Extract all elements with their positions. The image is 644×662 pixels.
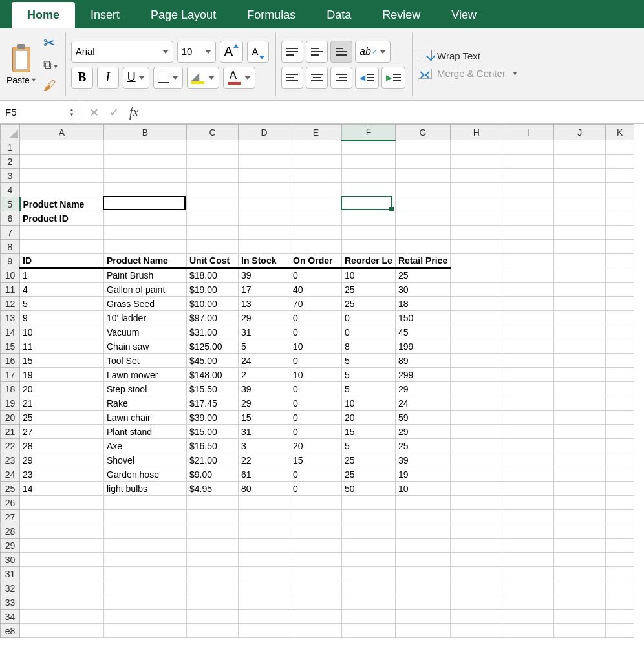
row-header-30[interactable]: 30: [1, 553, 20, 567]
cell-A18[interactable]: 20: [20, 382, 104, 396]
cell-F7[interactable]: [342, 226, 396, 240]
cell-J16[interactable]: [554, 354, 606, 368]
cell-A16[interactable]: 15: [20, 354, 104, 368]
col-header-F[interactable]: F: [342, 125, 396, 140]
cell-Ae8[interactable]: [20, 624, 104, 638]
cell-F22[interactable]: 5: [342, 439, 396, 453]
cell-K1[interactable]: [606, 140, 634, 155]
cell-B27[interactable]: [104, 510, 187, 524]
cell-E4[interactable]: [290, 183, 342, 197]
name-box[interactable]: F5 ▲▼: [0, 101, 80, 123]
cell-C9[interactable]: Unit Cost: [187, 254, 239, 268]
cell-J6[interactable]: [554, 211, 606, 226]
cell-B16[interactable]: Tool Set: [104, 354, 187, 368]
cell-K13[interactable]: [606, 311, 634, 325]
tab-formulas[interactable]: Formulas: [231, 2, 311, 28]
cell-J25[interactable]: [554, 482, 606, 496]
cell-I31[interactable]: [502, 567, 554, 581]
cell-E19[interactable]: 0: [290, 396, 342, 411]
cell-H26[interactable]: [451, 496, 502, 510]
cell-I21[interactable]: [502, 425, 554, 439]
col-header-E[interactable]: E: [290, 125, 342, 140]
cell-E12[interactable]: 70: [290, 297, 342, 311]
cell-E17[interactable]: 10: [290, 368, 342, 382]
row-header-8[interactable]: 8: [1, 240, 20, 254]
cell-A34[interactable]: [20, 610, 104, 624]
cell-K8[interactable]: [606, 240, 634, 254]
cell-K11[interactable]: [606, 283, 634, 297]
cell-K3[interactable]: [606, 169, 634, 183]
cell-F11[interactable]: 25: [342, 283, 396, 297]
cell-C2[interactable]: [187, 155, 239, 169]
cell-D12[interactable]: 13: [239, 297, 290, 311]
cell-H3[interactable]: [451, 169, 502, 183]
row-header-23[interactable]: 23: [1, 453, 20, 467]
row-header-32[interactable]: 32: [1, 581, 20, 595]
cell-H32[interactable]: [451, 581, 502, 595]
row-header-17[interactable]: 17: [1, 368, 20, 382]
cell-I3[interactable]: [502, 169, 554, 183]
cell-C1[interactable]: [187, 140, 239, 155]
cell-D1[interactable]: [239, 140, 290, 155]
format-painter-icon[interactable]: 🖌: [43, 78, 59, 93]
cell-J1[interactable]: [554, 140, 606, 155]
cell-E16[interactable]: 0: [290, 354, 342, 368]
tab-review[interactable]: Review: [367, 2, 436, 28]
cell-G13[interactable]: 150: [395, 311, 450, 325]
cell-K29[interactable]: [606, 539, 634, 553]
cell-J10[interactable]: [554, 268, 606, 283]
row-header-6[interactable]: 6: [1, 211, 20, 226]
cell-B21[interactable]: Plant stand: [104, 425, 187, 439]
cell-I5[interactable]: [502, 197, 554, 211]
cell-I2[interactable]: [502, 155, 554, 169]
merge-center-button[interactable]: Merge & Center ▼: [418, 68, 518, 79]
cell-H16[interactable]: [451, 354, 502, 368]
cell-D26[interactable]: [239, 496, 290, 510]
font-size-combo[interactable]: 10: [177, 41, 216, 63]
row-header-4[interactable]: 4: [1, 183, 20, 197]
cell-D3[interactable]: [239, 169, 290, 183]
cell-C29[interactable]: [187, 539, 239, 553]
cell-B11[interactable]: Gallon of paint: [104, 283, 187, 297]
cell-C30[interactable]: [187, 553, 239, 567]
cell-D15[interactable]: 5: [239, 339, 290, 354]
row-header-2[interactable]: 2: [1, 155, 20, 169]
cell-E33[interactable]: [290, 595, 342, 610]
cell-G3[interactable]: [395, 169, 450, 183]
cell-J15[interactable]: [554, 339, 606, 354]
cell-E14[interactable]: 0: [290, 325, 342, 339]
cell-C11[interactable]: $19.00: [187, 283, 239, 297]
cell-D30[interactable]: [239, 553, 290, 567]
row-header-27[interactable]: 27: [1, 510, 20, 524]
cell-D4[interactable]: [239, 183, 290, 197]
paste-button[interactable]: Paste ▼: [6, 44, 37, 85]
cell-G24[interactable]: 19: [395, 467, 450, 482]
cell-C6[interactable]: [187, 211, 239, 226]
align-top-button[interactable]: [281, 41, 303, 63]
cell-H15[interactable]: [451, 339, 502, 354]
cell-B23[interactable]: Shovel: [104, 453, 187, 467]
cell-F28[interactable]: [342, 524, 396, 539]
cell-J13[interactable]: [554, 311, 606, 325]
cell-A12[interactable]: 5: [20, 297, 104, 311]
cell-A22[interactable]: 28: [20, 439, 104, 453]
cell-K15[interactable]: [606, 339, 634, 354]
cell-A20[interactable]: 25: [20, 411, 104, 425]
cell-J34[interactable]: [554, 610, 606, 624]
cell-H23[interactable]: [451, 453, 502, 467]
cell-G21[interactable]: 29: [395, 425, 450, 439]
cell-E21[interactable]: 0: [290, 425, 342, 439]
borders-button[interactable]: [153, 67, 183, 89]
spreadsheet-grid[interactable]: ABCDEFGHIJK12345Product Name6Product ID7…: [0, 124, 644, 662]
cell-D23[interactable]: 22: [239, 453, 290, 467]
row-header-16[interactable]: 16: [1, 354, 20, 368]
cell-F23[interactable]: 25: [342, 453, 396, 467]
cell-I29[interactable]: [502, 539, 554, 553]
cell-J30[interactable]: [554, 553, 606, 567]
cell-D33[interactable]: [239, 595, 290, 610]
cell-K30[interactable]: [606, 553, 634, 567]
cell-F33[interactable]: [342, 595, 396, 610]
cell-J20[interactable]: [554, 411, 606, 425]
cell-F21[interactable]: 15: [342, 425, 396, 439]
cell-J29[interactable]: [554, 539, 606, 553]
